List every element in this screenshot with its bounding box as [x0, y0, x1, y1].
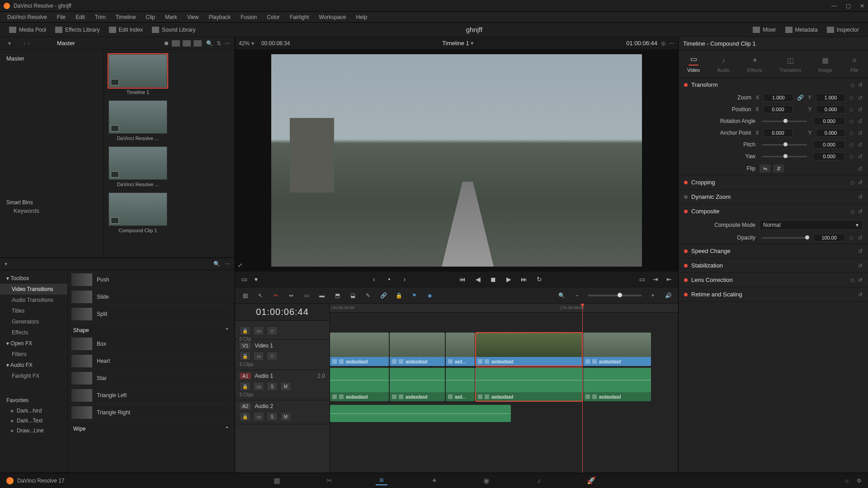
more-icon[interactable]: ⋯	[225, 40, 230, 47]
reset-icon[interactable]: ↺	[858, 130, 863, 136]
menu-edit[interactable]: Edit	[71, 13, 90, 22]
opacity-slider[interactable]	[762, 237, 807, 239]
sort-icon[interactable]: ⇅	[217, 40, 221, 47]
nav-audiofx[interactable]: ▾ Audio FX	[0, 360, 67, 371]
keyframe-icon[interactable]: ◇	[849, 94, 854, 101]
bin-next[interactable]: ›	[28, 40, 30, 47]
reset-icon[interactable]: ↺	[858, 194, 863, 200]
search-icon[interactable]: 🔍	[206, 40, 213, 47]
tab-audio[interactable]: ♪Audio	[714, 54, 732, 75]
menu-playback[interactable]: Playback	[204, 13, 235, 22]
sound-library-toggle[interactable]: Sound Library	[147, 25, 200, 35]
section-speed[interactable]: Speed Change↺	[679, 244, 868, 258]
enable-dot-icon[interactable]	[684, 210, 688, 213]
fav-item[interactable]: Dark...hird	[0, 406, 67, 416]
replace-icon[interactable]: ⬒	[333, 291, 342, 300]
bypass-icon[interactable]: ◎	[661, 40, 665, 47]
yaw-input[interactable]: 0.000	[813, 152, 845, 160]
keyframe-icon[interactable]: ◇	[849, 141, 854, 148]
menu-help[interactable]: Help	[351, 13, 372, 22]
track-lock-button[interactable]: 🔒	[240, 412, 250, 421]
menu-clip[interactable]: Clip	[141, 13, 160, 22]
clip-thumb[interactable]: DaVinci Resolve ...	[108, 146, 167, 187]
stop-button[interactable]: ◼	[489, 275, 498, 284]
nav-video-transitions[interactable]: Video Transitions	[0, 284, 67, 295]
track-mode-button[interactable]: □	[267, 326, 278, 335]
fx-item[interactable]: Push	[71, 271, 231, 288]
minimize-button[interactable]: —	[831, 3, 837, 9]
menu-mark[interactable]: Mark	[160, 13, 182, 22]
audio-clip[interactable]: asd...	[446, 368, 475, 401]
flip-v-button[interactable]: ⇵	[773, 164, 784, 173]
fx-dropdown-icon[interactable]: ▾	[5, 261, 7, 267]
fx-item[interactable]: Triangle Right	[71, 404, 231, 421]
keyframe-icon[interactable]: ◇	[850, 208, 854, 215]
reset-icon[interactable]: ↺	[858, 153, 863, 160]
clip-thumb[interactable]: Timeline 1	[108, 54, 167, 95]
keyframe-icon[interactable]: ◇	[849, 118, 854, 124]
zoom-y-input[interactable]: 1.000	[816, 94, 845, 102]
section-lens[interactable]: Lens Correction◇↺	[679, 273, 868, 287]
fx-item[interactable]: Heart	[71, 352, 231, 370]
enable-dot-icon[interactable]	[684, 181, 688, 184]
composite-mode-select[interactable]: Normal▾	[759, 220, 863, 230]
mute-button[interactable]: M	[280, 382, 291, 391]
fav-item[interactable]: Dark...Text	[0, 416, 67, 426]
section-cropping[interactable]: Cropping◇↺	[679, 175, 868, 189]
smart-bins-header[interactable]: Smart Bins	[6, 199, 97, 206]
reset-icon[interactable]: ↺	[858, 291, 863, 298]
track-vis-button[interactable]: ▭	[253, 326, 264, 335]
mixer-toggle[interactable]: Mixer	[748, 25, 780, 35]
track-header-v1[interactable]: V1Video 1 🔒▭□ 5 Clips	[235, 340, 330, 370]
fav-item[interactable]: Draw...Line	[0, 426, 67, 436]
fx-category-shape[interactable]: Shape⌃	[71, 323, 231, 335]
track-vis-button[interactable]: ▭	[253, 412, 264, 421]
list-view-icon[interactable]	[172, 40, 180, 47]
track-lock-button[interactable]: 🔒	[240, 382, 250, 391]
reset-icon[interactable]: ↺	[858, 94, 863, 101]
opacity-input[interactable]: 100.00	[813, 234, 845, 242]
timeline-tracks[interactable]: 01:00:00:00 01:00:08:00 asdasdasd asdasd…	[330, 304, 678, 473]
maximize-button[interactable]: ▢	[846, 3, 851, 9]
selection-tool-icon[interactable]: ↖	[256, 291, 265, 300]
nav-toolbox[interactable]: ▾ Toolbox	[0, 273, 67, 284]
pitch-slider[interactable]	[762, 144, 807, 145]
clip-thumb[interactable]: DaVinci Resolve ...	[108, 100, 167, 141]
jog-dot-icon[interactable]: •	[385, 275, 394, 284]
audio-clip[interactable]: asdasdasd	[330, 368, 389, 401]
mode-chevron-icon[interactable]: ▾	[251, 275, 260, 284]
video-clip[interactable]: asdasdasd	[583, 333, 651, 366]
track-header-v2[interactable]: 🔒▭□ 0 Clip	[235, 321, 330, 340]
keyframe-icon[interactable]: ◇	[849, 235, 854, 241]
viewer-more-icon[interactable]: ⋯	[669, 40, 675, 47]
anchor-y-input[interactable]: 0.000	[816, 129, 845, 137]
jog-prev-icon[interactable]: ‹	[369, 275, 378, 284]
playhead[interactable]	[582, 304, 583, 473]
menu-file[interactable]: File	[52, 13, 70, 22]
anchor-x-input[interactable]: 0.000	[763, 129, 793, 137]
reset-icon[interactable]: ↺	[858, 141, 863, 148]
fx-item[interactable]: Split	[71, 305, 231, 323]
enable-dot-icon[interactable]	[684, 83, 688, 87]
section-stabilization[interactable]: Stabilization↺	[679, 258, 868, 272]
insert-icon[interactable]: ▭	[302, 291, 311, 300]
page-fairlight[interactable]: ♪	[533, 476, 545, 485]
jog-next-icon[interactable]: ›	[400, 275, 409, 284]
flag-icon[interactable]: ⚑	[410, 291, 419, 300]
edit-index-toggle[interactable]: Edit Index	[104, 25, 147, 35]
overwrite-icon[interactable]: ▬	[317, 291, 326, 300]
fx-category-wipe[interactable]: Wipe⌃	[71, 421, 231, 434]
go-end-icon[interactable]: ⇥	[651, 275, 660, 284]
timeline-name[interactable]: Timeline 1 ▾	[290, 40, 626, 47]
reset-icon[interactable]: ↺	[858, 118, 863, 125]
go-start-icon[interactable]: ⇤	[665, 275, 674, 284]
thumb-view-icon[interactable]	[183, 40, 191, 47]
solo-button[interactable]: S	[267, 412, 278, 421]
menu-view[interactable]: View	[183, 13, 203, 22]
tab-video[interactable]: ▭Video	[684, 54, 703, 75]
reset-icon[interactable]: ↺	[858, 179, 863, 186]
reset-icon[interactable]: ↺	[858, 248, 863, 254]
yaw-slider[interactable]	[762, 156, 807, 157]
nav-titles[interactable]: Titles	[0, 305, 67, 316]
page-fusion[interactable]: ✦	[428, 476, 440, 485]
